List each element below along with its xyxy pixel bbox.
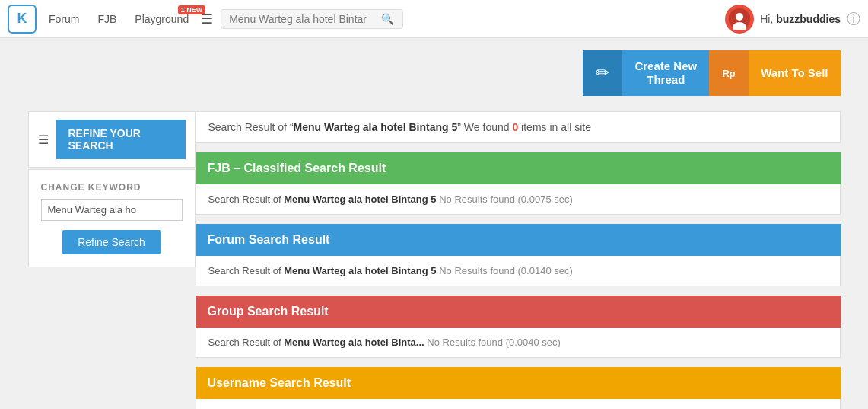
forum-query: Menu Warteg ala hotel Bintang 5 xyxy=(284,265,436,276)
change-keyword-label: CHANGE KEYWORD xyxy=(41,182,183,193)
want-to-sell-button[interactable]: Rp Want To Sell xyxy=(709,50,840,96)
svg-point-1 xyxy=(736,13,743,21)
search-bar[interactable]: 🔍 xyxy=(221,9,403,29)
results-count: 0 xyxy=(512,121,518,133)
sidebar: ☰ REFINE YOUR SEARCH CHANGE KEYWORD Refi… xyxy=(28,111,196,267)
group-query: Menu Warteg ala hotel Binta... xyxy=(284,337,424,348)
username: buzzbuddies xyxy=(776,13,841,25)
greeting-text: Hi, buzzbuddies xyxy=(760,13,841,25)
avatar-icon xyxy=(729,8,750,30)
results-header: Search Result of “Menu Warteg ala hotel … xyxy=(196,111,841,143)
create-thread-label: Create NewThread xyxy=(622,59,709,87)
search-area: ☰ REFINE YOUR SEARCH CHANGE KEYWORD Refi… xyxy=(28,111,841,409)
results-area: Search Result of “Menu Warteg ala hotel … xyxy=(196,111,841,409)
fjb-section: FJB – Classified Search Result Search Re… xyxy=(196,152,841,215)
search-input[interactable] xyxy=(229,13,381,25)
logo-letter: K xyxy=(17,11,27,27)
help-icon[interactable]: ⓘ xyxy=(847,10,860,28)
forum-no-results: No Results found (0.0140 sec) xyxy=(439,265,573,276)
keyword-input[interactable] xyxy=(41,199,183,221)
group-section: Group Search Result Search Result of Men… xyxy=(196,296,841,358)
forum-section-header: Forum Search Result xyxy=(196,224,841,256)
results-found-text: We found xyxy=(464,121,510,133)
group-no-results: No Results found (0.0040 sec) xyxy=(427,337,561,348)
fjb-query: Menu Warteg ala hotel Bintang 5 xyxy=(284,193,436,205)
nav-right: Hi, buzzbuddies ⓘ xyxy=(725,5,860,34)
nav-playground-label: Playground xyxy=(135,13,189,25)
create-thread-button[interactable]: ✏ Create NewThread xyxy=(583,50,709,96)
refine-header: REFINE YOUR SEARCH xyxy=(56,120,186,159)
forum-section-body: Search Result of Menu Warteg ala hotel B… xyxy=(196,256,841,286)
search-icon[interactable]: 🔍 xyxy=(381,13,394,25)
want-to-sell-label: Want To Sell xyxy=(749,66,840,80)
fjb-no-results: No Results found (0.0075 sec) xyxy=(439,193,573,205)
create-thread-icon: ✏ xyxy=(583,50,622,96)
results-suffix: items in all site xyxy=(521,121,591,133)
forum-section: Forum Search Result Search Result of Men… xyxy=(196,224,841,286)
site-logo[interactable]: K xyxy=(8,5,37,34)
list-icon: ☰ xyxy=(38,133,49,147)
username-section-header: Username Search Result xyxy=(196,367,841,399)
main-content: ✏ Create NewThread Rp Want To Sell ☰ REF… xyxy=(16,38,853,409)
group-section-body: Search Result of Menu Warteg ala hotel B… xyxy=(196,328,841,358)
fjb-section-body: Search Result of Menu Warteg ala hotel B… xyxy=(196,184,841,215)
new-badge: 1 NEW xyxy=(178,5,206,14)
results-query: Menu Warteg ala hotel Bintang 5 xyxy=(294,121,458,133)
avatar xyxy=(725,5,754,34)
nav-forum[interactable]: Forum xyxy=(49,13,79,25)
fjb-section-header: FJB – Classified Search Result xyxy=(196,152,841,184)
sidebar-body: CHANGE KEYWORD Refine Search xyxy=(28,169,196,267)
nav-fjb[interactable]: FJB xyxy=(97,13,116,25)
navbar: K Forum FJB Playground 1 NEW ☰ 🔍 Hi, buz… xyxy=(0,0,868,38)
refine-search-button[interactable]: Refine Search xyxy=(62,230,161,254)
username-section: Username Search Result Search Result of … xyxy=(196,367,841,409)
username-section-body: Search Result of Menu Warteg ala hotel B… xyxy=(196,399,841,409)
results-header-prefix: Search Result of xyxy=(208,121,288,133)
nav-playground[interactable]: Playground 1 NEW xyxy=(135,13,189,25)
group-section-header: Group Search Result xyxy=(196,296,841,328)
nav-links: Forum FJB Playground 1 NEW xyxy=(49,13,189,25)
top-buttons: ✏ Create NewThread Rp Want To Sell xyxy=(28,50,841,96)
sidebar-toggle[interactable]: ☰ REFINE YOUR SEARCH xyxy=(28,111,196,168)
sell-icon: Rp xyxy=(709,50,749,96)
